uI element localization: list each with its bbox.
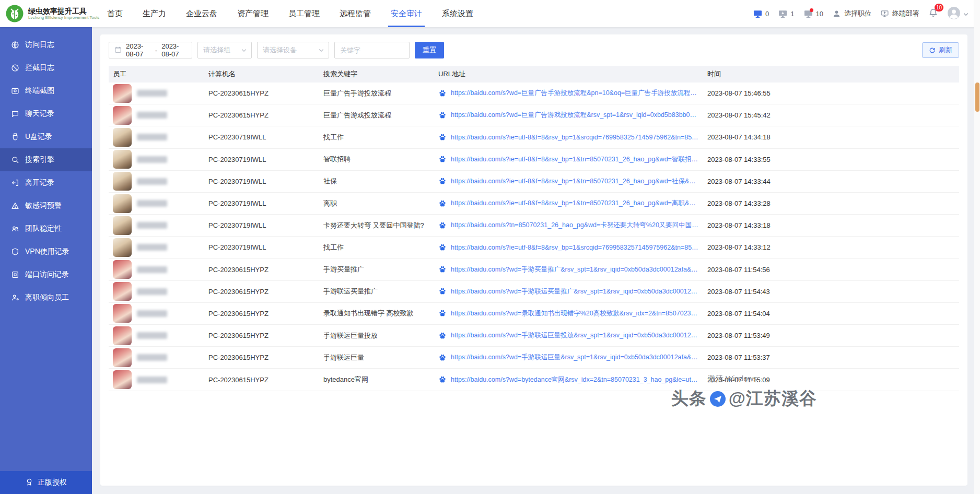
computer-name: PC-20230615HYPZ xyxy=(204,354,319,361)
top-nav-item[interactable]: 系统设置 xyxy=(432,0,483,27)
sidebar-item[interactable]: 搜索引擎 xyxy=(0,148,92,171)
baidu-icon xyxy=(438,111,447,120)
search-keyword: 录取通知书出现错字 高校致歉 xyxy=(319,309,434,318)
sidebar-item[interactable]: 离开记录 xyxy=(0,171,92,194)
search-time: 2023-08-07 15:45:42 xyxy=(703,111,959,119)
search-time: 2023-08-07 14:33:12 xyxy=(703,243,959,251)
search-time: 2023-08-07 14:33:44 xyxy=(703,178,959,185)
date-range-picker[interactable]: 2023-08-07 - 2023-08-07 xyxy=(109,42,192,58)
content-card: 2023-08-07 - 2023-08-07 请选择组 请选择设备 重置 刷新 xyxy=(100,34,967,486)
sidebar-nav: 访问日志 拦截日志 终端截图 聊天记录 xyxy=(0,33,92,309)
monitor-alert-counter[interactable]: 10 xyxy=(803,9,823,19)
employee-avatar xyxy=(113,370,132,389)
chevron-down-icon xyxy=(963,10,969,18)
url-link[interactable]: https://baidu.com/s?ie=utf-8&f=8&rsv_bp=… xyxy=(451,155,699,164)
employee-name-blurred xyxy=(137,134,167,140)
notifications-button[interactable]: 10 xyxy=(928,8,938,19)
sidebar-item[interactable]: U盘记录 xyxy=(0,125,92,148)
deploy-icon xyxy=(880,9,889,18)
top-nav-item[interactable]: 资产管理 xyxy=(227,0,278,27)
table-row[interactable]: PC-20230615HYPZ 巨量广告游戏投放流程 https://baidu… xyxy=(109,104,959,126)
search-keyword: 手游买量推广 xyxy=(319,265,434,274)
sidebar-item[interactable]: 终端截图 xyxy=(0,79,92,102)
table-row[interactable]: PC-20230615HYPZ bytedance官网 https://baid… xyxy=(109,369,959,391)
computer-name: PC-20230615HYPZ xyxy=(204,89,319,97)
url-link[interactable]: https://baidu.com/s?wd=录取通知书出现错字%20高校致歉&… xyxy=(451,309,699,318)
search-time: 2023-08-07 14:33:55 xyxy=(703,156,959,163)
url-link[interactable]: https://baidu.com/s?ie=utf-8&f=8&rsv_bp=… xyxy=(451,177,699,186)
employee-avatar xyxy=(113,194,132,213)
page-scrollbar-track[interactable] xyxy=(974,0,980,494)
url-link[interactable]: https://baidu.com/s?wd=bytedance官网&rsv_i… xyxy=(451,375,699,384)
license-button[interactable]: 正版授权 xyxy=(0,471,92,494)
terminal-deploy-button[interactable]: 终端部署 xyxy=(880,9,919,18)
reset-button[interactable]: 重置 xyxy=(415,42,444,58)
table-row[interactable]: PC-20230719IWLL 找工作 https://baidu.com/s?… xyxy=(109,126,959,148)
url-link[interactable]: https://baidu.com/s?tn=85070231_26_hao_p… xyxy=(451,221,699,230)
select-position-button[interactable]: 选择职位 xyxy=(832,9,871,18)
url-link[interactable]: https://baidu.com/s?wd=巨量广告游戏投放流程&rsv_sp… xyxy=(451,111,699,120)
sidebar-item[interactable]: 拦截日志 xyxy=(0,56,92,79)
url-link[interactable]: https://baidu.com/s?wd=手游联运买量推广&rsv_spt=… xyxy=(451,287,699,296)
table-row[interactable]: PC-20230719IWLL 找工作 https://baidu.com/s?… xyxy=(109,237,959,258)
chevron-down-icon xyxy=(319,49,324,52)
monitor-offline-count: 1 xyxy=(790,10,794,18)
url-link[interactable]: https://baidu.com/s?wd=手游买量推广&rsv_spt=1&… xyxy=(451,265,699,274)
device-select[interactable]: 请选择设备 xyxy=(257,42,329,58)
table-row[interactable]: PC-20230615HYPZ 录取通知书出现错字 高校致歉 https://b… xyxy=(109,303,959,325)
sidebar-item[interactable]: 敏感词预警 xyxy=(0,194,92,217)
url-link[interactable]: https://baidu.com/s?ie=utf-8&f=8&rsv_bp=… xyxy=(451,244,699,251)
url-link[interactable]: https://baidu.com/s?wd=巨量广告手游投放流程&pn=10&… xyxy=(451,89,699,98)
table-row[interactable]: PC-20230719IWLL 离职 https://baidu.com/s?i… xyxy=(109,193,959,215)
search-time: 2023-08-07 11:15:09 xyxy=(703,376,959,384)
table-row[interactable]: PC-20230719IWLL 智联招聘 https://baidu.com/s… xyxy=(109,149,959,171)
computer-name: PC-20230615HYPZ xyxy=(204,310,319,317)
computer-name: PC-20230719IWLL xyxy=(204,133,319,141)
refresh-button[interactable]: 刷新 xyxy=(922,42,959,58)
sidebar-item[interactable]: 团队稳定性 xyxy=(0,217,92,240)
refresh-label: 刷新 xyxy=(939,45,952,55)
device-select-placeholder: 请选择设备 xyxy=(263,45,297,55)
monitor-offline-counter[interactable]: 1 xyxy=(778,9,794,19)
top-nav-item[interactable]: 安全审计 xyxy=(381,0,432,27)
column-header-time: 时间 xyxy=(703,69,959,79)
table-row[interactable]: PC-20230615HYPZ 手游联运买量推广 https://baidu.c… xyxy=(109,281,959,303)
user-menu[interactable] xyxy=(947,6,969,21)
table-row[interactable]: PC-20230719IWLL 卡努还要大转弯 又要回中国登陆? https:/… xyxy=(109,215,959,237)
url-link[interactable]: https://baidu.com/s?wd=手游联运巨量&rsv_spt=1&… xyxy=(451,353,699,362)
table-row[interactable]: PC-20230615HYPZ 手游联运巨量 https://baidu.com… xyxy=(109,347,959,369)
chat-icon xyxy=(11,110,19,118)
search-time: 2023-08-07 11:54:43 xyxy=(703,288,959,296)
date-end: 2023-08-07 xyxy=(161,42,186,58)
top-navigation: 首页 生产力 企业云盘 资产管理 员工管理 远程监管 安全审计 系统设置 xyxy=(97,0,483,27)
table-row[interactable]: PC-20230615HYPZ 巨量广告手游投放流程 https://baidu… xyxy=(109,83,959,104)
keyword-input[interactable] xyxy=(334,42,410,58)
url-link[interactable]: https://baidu.com/s?wd=手游联运巨量投放&rsv_spt=… xyxy=(451,331,699,340)
top-nav-item[interactable]: 远程监管 xyxy=(330,0,381,27)
sidebar-item-label: 搜索引擎 xyxy=(25,155,54,164)
url-link[interactable]: https://baidu.com/s?ie=utf-8&f=8&rsv_bp=… xyxy=(451,134,699,141)
sidebar-item[interactable]: 离职倾向员工 xyxy=(0,286,92,309)
column-header-employee: 员工 xyxy=(109,69,204,79)
column-header-computer: 计算机名 xyxy=(204,69,319,79)
computer-name: PC-20230719IWLL xyxy=(204,178,319,185)
monitor-online-counter[interactable]: 0 xyxy=(753,9,769,19)
group-select[interactable]: 请选择组 xyxy=(197,42,252,58)
search-keyword: 手游联运巨量投放 xyxy=(319,331,434,340)
globe-icon xyxy=(11,41,19,49)
top-nav-item[interactable]: 员工管理 xyxy=(278,0,330,27)
sidebar-item-label: 离职倾向员工 xyxy=(25,293,69,302)
table-row[interactable]: PC-20230615HYPZ 手游买量推广 https://baidu.com… xyxy=(109,259,959,281)
top-nav-item[interactable]: 生产力 xyxy=(133,0,176,27)
sidebar-item[interactable]: 端口访问记录 xyxy=(0,263,92,286)
top-nav-item[interactable]: 首页 xyxy=(97,0,133,27)
top-nav-item[interactable]: 企业云盘 xyxy=(176,0,227,27)
sidebar-item[interactable]: VPN使用记录 xyxy=(0,240,92,263)
page-scrollbar-thumb[interactable] xyxy=(975,83,979,112)
search-keyword: 找工作 xyxy=(319,133,434,142)
table-row[interactable]: PC-20230615HYPZ 手游联运巨量投放 https://baidu.c… xyxy=(109,325,959,347)
sidebar-item[interactable]: 聊天记录 xyxy=(0,102,92,125)
table-row[interactable]: PC-20230719IWLL 社保 https://baidu.com/s?i… xyxy=(109,171,959,193)
sidebar-item[interactable]: 访问日志 xyxy=(0,33,92,56)
url-link[interactable]: https://baidu.com/s?ie=utf-8&f=8&rsv_bp=… xyxy=(451,199,699,208)
